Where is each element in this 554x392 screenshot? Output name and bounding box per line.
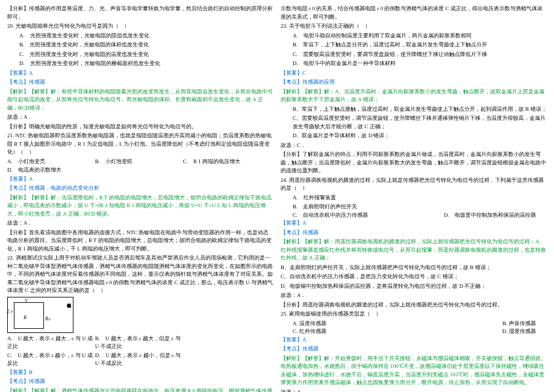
q24-stem: 24. 用遥控器调换电视机的频道的过程，实际上就是传感器把光信号转化为电信号的过… [281,176,547,193]
analysis-intro: 【分析】传感器的作用是将温度、力、光、声音等非电学量转换为电学量，然后结合路灯的… [7,5,273,21]
q21-summary: 【分析】首先看清电路图中各用电器的连接方式，NTC 热敏电阻在电路中与滑动变阻器… [7,229,273,254]
q23-option-c: C. 需要较高温度熨烫时，要调节度盘旋钮，使升降螺丝下移让动触点降低片下移 [281,51,547,59]
q24-answer: 【答案】A [281,219,547,228]
right-column: 示数与电阻 r 0 的关系，结合传感器电阻 r 0 的倒数与酒精气体的浓度 C … [277,0,554,392]
q24-option-c: C. 自动洗衣机中的压力传感器 [293,211,433,220]
q23-option-b: B. 常温下，上下触点是分开的，温度过高时，双金属片发生弯曲使上下触点分开 [281,41,547,49]
q20-answer: 【答案】A [7,69,273,78]
q23-explain: 【解析】【解答】解：A、当温度升高时，金属片向膨胀系数小的发生弯曲，触点断开，故… [281,88,547,104]
q20-explain: 【解析】【解答】解：有些半导体材料的电阻随着光照的改变而发生，从而其电阻会发生变… [7,88,273,113]
q20-option-c: C. 光照强度发生变化时，光敏电阻的温度也发生变化 [7,51,273,59]
q25-stem: 25. 家用电饭锅使用的传感器类型是（ ） [281,310,547,319]
q20-option-b: B. 光照强度发生变化时，光敏电阻的体积也发生变化 [7,41,273,49]
q25-row2: C. 红外传感器 D. 湿度传感器 [281,328,547,336]
q24-summary: 【分析】用遥控器调换电视机的频道的过程，实际上就传感器把光信号转化为电信号的过程… [281,301,547,310]
q23-b: B、常温下，上下触点接触，温度过高时，双金属片发生弯曲使上下触点分开，起到调温作… [281,105,547,114]
q25-row1: A. 温度传感器 B. 声音传感器 [281,320,547,328]
q20-summary: 【分析】明确光敏电阻的性质，知道光敏电阻是如何将光信号转化为电信号的。 [7,123,273,131]
q22-explain: 【解析】【解答】解：酒精气体传感器与定值电阻串联在电路中，电压表测 R 0 两端… [7,387,273,393]
q22-option-c: C. U 越大，表示 c 越小，c 与 U 成反比 [7,352,95,368]
q21-pick: 故选：A． [7,219,273,228]
q25-option-a: A. 温度传感器 [293,320,491,328]
q24-d: D、电饭锅中控制加热和保温的温控器，是将温度转化为电信号的过程，故 D 不正确； [281,282,547,291]
q20-option-d: D. 光照强度发生变化时，光敏电阻的横截面积也发生变化 [7,60,273,68]
q20-option-a: A. 光照强度发生变化时，光敏电阻的阻值也发生变化 [7,32,273,40]
q25-option-d: D. 湿度传感器 [502,328,536,336]
q23-c: C、需要较高温度熨烫时，调节温度旋钮，使升降螺丝下移并通移弹性铜片下移，当温度升… [281,114,547,131]
q23-d: D、双金属片是半导体材料，故 D 错误； [281,132,547,140]
q22-cont: 示数与电阻 r 0 的关系，结合传感器电阻 r 0 的倒数与酒精气体的浓度 C … [281,5,547,21]
q22-options2: C. U 越大，表示 c 越小，c 与 U 成反比 D. U 越大，表示 c 越… [7,352,273,369]
q22-answer: 【答案】B [7,369,273,377]
q21-stem: 21. NTC 热敏电阻器即负温度系数热敏电阻器，也就是指阻值随温度的升高而减小… [7,132,273,157]
q23-stem: 23. 关于电熨斗下列说法正确的（ ） [281,22,547,31]
q24-c: C、自动洗衣机中的压力传感器，是把压力变化转化为电信号，故 C 错误； [281,273,547,281]
q23-summary: 【分析】了解双金属片的特点，利用不同膨胀系数的金属片做成，当温度高时，金属片向膨… [281,151,547,175]
q20-stem: 20. 光敏电阻能将光信号转化为电信号是因为（ ） [7,22,273,31]
q24-explain: 【解析】【解答】解：用遥控器调换电视机的频道的过程，实际上就传感器把光信号转化为… [281,238,547,263]
q25-explain: 【解析】【解答】解：开始煮饭时，用手压下开关按钮，永磁体与感温磁体相吸，开关被按… [281,355,547,387]
diagram-e-label: E r [7,308,13,316]
q22-kaodian: 【考点】传感器 [7,378,273,386]
q20-pick: 故选：A． [7,113,273,122]
q24-row: B. 走廊照明灯的声控开关 [281,203,547,211]
q23-option-d: D. 电熨斗中的双金属片是一种半导体材料 [281,60,547,68]
q22-options: A. U 越大，表示 c 越大，c 与 U 成正比 B. U 越大，表示 c 越… [7,335,273,352]
q21-option-d: D. 电流表的示数增大 [7,166,95,175]
diagram-r0-label: R₀ [45,316,50,323]
q20-kaodian: 【考点】传感器 [7,78,273,87]
q22-stem: 22. 酒精测试仪实际上用于对机动车驾驶人员是否酒后驾车及其他严禁酒后作业人员的… [7,254,273,295]
q24-row2: C. 自动洗衣机中的压力传感器 D. 电饭煲中控制加热和保温的温控器 [281,211,547,220]
diagram-v-label: V [25,297,28,305]
q25-pick: 故选：A [281,388,547,393]
q22-option-b: B. U 越大，表示 c 越大，但是 c 与 U 不成正比 [95,335,183,351]
q24-b: B、走廊照明灯的声控开关，实际上就传感器把声信号转化为电信号的过程，故 B 错误… [281,264,547,272]
diagram-r-label: R [23,314,26,322]
q22-option-a: A. U 越大，表示 c 越大，c 与 U 成正比 [7,335,95,351]
q24-option-b: B. 走廊照明灯的声控开关 [293,203,357,211]
q21-options: A. 小灯泡变亮 B. 小灯泡变暗 C. R 1 两端的电压增大 D. 电流表的… [7,158,273,175]
q21-option-b: B. 小灯泡变暗 [95,158,183,166]
q21-kaodian: 【考点】传感器，电路的动态变化分析 [7,184,273,193]
q21-explain: 【解析】【解答】解：当温度降低时，R T 的电阻的电阻增大，总电阻增大，据闭合电… [7,194,273,219]
q24-kaodian: 【考点】传感器 [281,229,547,237]
q24-option-a: A. 红外报警装置 [281,194,547,202]
q24-option-d: D. 电饭煲中控制加热和保温的温控器 [444,211,536,220]
q23-answer: 【答案】C [281,69,547,78]
q25-answer: 【答案】A [281,336,547,344]
q25-option-b: B. 声音传感器 [502,320,536,328]
q22-circuit-diagram: V E r R R₀ 酒精气体传感器 [7,297,73,333]
q24-pick: 故选：A． [281,291,547,300]
q23-kaodian: 【考点】传感器的应用 [281,78,547,87]
q21-answer: 【答案】A [7,175,273,184]
q25-option-c: C. 红外传感器 [293,328,491,336]
q22-option-d: D. U 越大，表示 c 越小，但是 c 与 U 不成反比 [95,352,183,368]
left-column: 【分析】传感器的作用是将温度、力、光、声音等非电学量转换为电学量，然后结合路灯的… [0,0,277,392]
q25-kaodian: 【考点】传感器 [281,345,547,353]
q21-option-a: A. 小灯泡变亮 [7,158,95,166]
q23-option-a: A. 电熨斗能自动控制温度主要利用了双金属片，两片金属的膨胀系数相同 [281,32,547,40]
q23-pick: 故选：C． [281,142,547,150]
q21-option-c: C. R 1 两端的电压增大 [183,158,271,166]
